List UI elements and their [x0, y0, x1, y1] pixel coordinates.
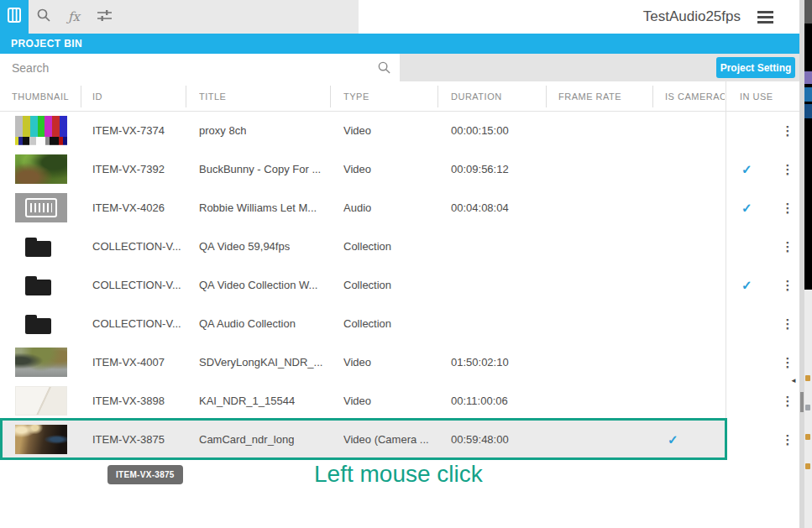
toolbar-tab-strip: ƒx	[0, 0, 359, 34]
top-toolbar: ƒx TestAudio25fps	[0, 0, 799, 34]
item-title: QA Audio Collection	[199, 305, 296, 343]
item-type: Video (Camera ...	[343, 421, 429, 459]
effects-tab[interactable]: ƒx	[59, 0, 89, 34]
item-id: ITEM-VX-4026	[92, 189, 165, 227]
app-window: ƒx TestAudio25fps PROJECT BIN	[0, 0, 812, 528]
item-duration: 00:04:08:04	[451, 189, 509, 227]
table-row[interactable]: COLLECTION-V... QA Video Collection W...…	[0, 266, 799, 305]
folder-icon	[15, 309, 67, 338]
col-frame-rate: FRAME RATE	[558, 81, 621, 112]
col-title: TITLE	[199, 81, 226, 112]
table-row[interactable]: COLLECTION-V... QA Audio Collection Coll…	[0, 305, 799, 343]
item-duration: 00:09:56:12	[451, 150, 509, 189]
table-row[interactable]: ITEM-VX-3898 KAI_NDR_1_15544 Video 00:11…	[0, 382, 799, 421]
table-row[interactable]: ITEM-VX-4007 SDVeryLongKAI_NDR_... Video…	[0, 343, 799, 382]
media-table: ITEM-VX-7374 proxy 8ch Video 00:00:15:00…	[0, 112, 799, 459]
col-thumbnail: THUMBNAIL	[12, 81, 69, 112]
project-setting-button[interactable]: Project Setting	[716, 57, 795, 78]
table-header: THUMBNAIL ID TITLE TYPE DURATION FRAME R…	[0, 81, 799, 112]
row-menu-icon[interactable]	[781, 266, 794, 305]
menu-icon[interactable]	[757, 11, 773, 24]
search-input[interactable]	[0, 54, 369, 81]
project-bin-header: PROJECT BIN	[0, 34, 799, 54]
folder-icon	[15, 270, 67, 300]
fx-icon: ƒx	[68, 9, 80, 24]
item-type: Collection	[343, 266, 391, 305]
search-box	[0, 54, 400, 81]
item-id: ITEM-VX-3875	[92, 421, 165, 459]
row-menu-icon[interactable]	[781, 421, 794, 459]
thumbnail	[15, 348, 67, 377]
col-is-cameracard: IS CAMERAC	[665, 81, 725, 112]
scrollbar-thumb[interactable]	[800, 392, 804, 412]
click-annotation: Left mouse click	[314, 461, 483, 488]
table-row[interactable]: COLLECTION-V... QA Video 59,94fps Collec…	[0, 227, 799, 266]
item-duration: 00:11:00:06	[451, 382, 508, 421]
folder-icon	[15, 232, 67, 261]
row-menu-icon[interactable]	[781, 112, 794, 150]
search-field-icon[interactable]	[377, 60, 391, 78]
col-id: ID	[92, 81, 102, 112]
search-tab[interactable]	[29, 0, 59, 34]
item-id: ITEM-VX-7374	[92, 112, 165, 150]
item-id: ITEM-VX-4007	[92, 343, 165, 382]
item-title: QA Video Collection W...	[199, 266, 317, 305]
thumbnail	[15, 193, 67, 222]
row-menu-icon[interactable]	[781, 227, 794, 266]
item-id: ITEM-VX-3898	[92, 382, 165, 421]
item-duration: 00:00:15:00	[451, 112, 509, 150]
row-menu-icon[interactable]	[781, 150, 794, 189]
col-in-use: IN USE	[740, 81, 773, 112]
item-duration: 01:50:02:10	[451, 343, 509, 382]
thumbnail	[15, 154, 67, 184]
clipped-side-panel	[804, 0, 812, 528]
search-icon	[36, 8, 51, 26]
item-title: KAI_NDR_1_15544	[199, 382, 295, 421]
item-type: Video	[343, 112, 371, 150]
item-title: QA Video 59,94fps	[199, 227, 290, 266]
thumbnail	[15, 425, 67, 454]
sliders-icon	[97, 8, 113, 27]
clip-chip	[804, 104, 812, 118]
table-row[interactable]: ITEM-VX-7374 proxy 8ch Video 00:00:15:00	[0, 112, 799, 150]
thumbnail	[15, 116, 67, 145]
item-title: SDVeryLongKAI_NDR_...	[199, 343, 322, 382]
clip-chip	[804, 87, 812, 102]
table-row-selected[interactable]: ITEM-VX-3875 CamCard_ndr_long Video (Cam…	[0, 421, 799, 459]
item-type: Collection	[343, 227, 391, 266]
table-row[interactable]: ITEM-VX-7392 BuckBunny - Copy For ... Vi…	[0, 150, 799, 189]
row-menu-icon[interactable]	[781, 189, 794, 227]
item-title: BuckBunny - Copy For ...	[199, 150, 321, 189]
item-type: Video	[343, 150, 371, 189]
item-title: CamCard_ndr_long	[199, 421, 294, 459]
thumbnail	[15, 386, 67, 416]
tab-project-bin[interactable]	[0, 0, 29, 34]
cameracard-check: ✓	[668, 421, 678, 459]
search-row: Project Setting	[0, 54, 799, 81]
adjust-tab[interactable]	[89, 0, 119, 34]
item-id: COLLECTION-V...	[92, 266, 181, 305]
in-use-check: ✓	[741, 189, 752, 227]
item-title: Robbie Williams Let M...	[199, 189, 317, 227]
item-duration: 00:59:48:00	[451, 421, 509, 459]
window-title: TestAudio25fps	[643, 0, 741, 34]
drag-tooltip: ITEM-VX-3875	[107, 465, 183, 484]
item-type: Collection	[343, 305, 391, 343]
col-type: TYPE	[343, 81, 369, 112]
row-menu-icon[interactable]	[781, 382, 794, 421]
in-use-check: ✓	[741, 266, 752, 305]
row-menu-icon[interactable]	[781, 343, 794, 382]
item-type: Video	[343, 343, 371, 382]
in-use-check: ✓	[741, 150, 752, 189]
item-id: COLLECTION-V...	[92, 227, 181, 266]
table-row[interactable]: ITEM-VX-4026 Robbie Williams Let M... Au…	[0, 189, 799, 227]
item-type: Video	[343, 382, 371, 421]
item-type: Audio	[343, 189, 371, 227]
col-duration: DURATION	[451, 81, 502, 112]
item-id: ITEM-VX-7392	[92, 150, 165, 189]
film-bin-icon	[6, 7, 23, 27]
row-menu-icon[interactable]	[781, 305, 794, 343]
item-id: COLLECTION-V...	[92, 305, 181, 343]
clip-chip	[804, 71, 812, 84]
item-title: proxy 8ch	[199, 112, 246, 150]
